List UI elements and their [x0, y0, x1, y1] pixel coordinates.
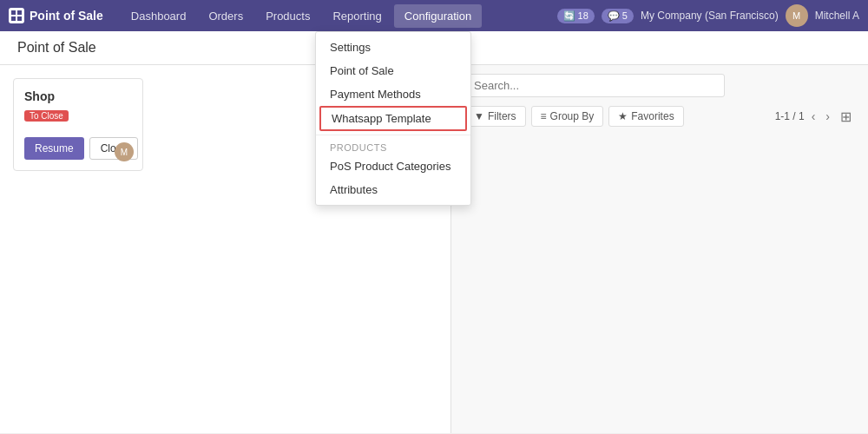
search-input-wrap: [464, 74, 725, 97]
right-panel: ▼ Filters ≡ Group By ★ Favorites 1-1 / 1…: [451, 65, 868, 433]
star-icon: ★: [618, 110, 628, 122]
dropdown-divider: [316, 135, 470, 135]
pos-card-shop: Shop To Close Resume Close M: [13, 78, 143, 171]
group-by-icon: ≡: [541, 110, 547, 122]
pos-card-badge: To Close: [24, 110, 69, 122]
nav-configuration[interactable]: Configuration: [394, 4, 482, 28]
svg-rect-0: [11, 10, 16, 15]
navbar-brand[interactable]: Point of Sale: [9, 8, 103, 23]
refresh-icon: 🔄: [563, 10, 575, 22]
dropdown-settings[interactable]: Settings: [316, 36, 470, 59]
dropdown-whatsapp-template[interactable]: Whatsapp Template: [319, 106, 467, 131]
nav-reporting[interactable]: Reporting: [322, 4, 391, 28]
filters-label: Filters: [488, 110, 516, 122]
messages-badge[interactable]: 💬 5: [602, 9, 634, 23]
brand-text: Point of Sale: [30, 9, 103, 23]
next-page-button[interactable]: ›: [822, 108, 833, 125]
svg-rect-1: [17, 10, 22, 15]
navbar: Point of Sale Dashboard Orders Products …: [0, 0, 868, 31]
pos-card-avatar: M: [115, 142, 134, 161]
filters-button[interactable]: ▼ Filters: [464, 106, 526, 127]
dropdown-point-of-sale[interactable]: Point of Sale: [316, 59, 470, 82]
nav-products[interactable]: Products: [255, 4, 320, 28]
dropdown-products-section: Products: [316, 139, 470, 155]
svg-rect-3: [17, 16, 22, 21]
user-avatar[interactable]: M: [786, 4, 808, 27]
chat-icon: 💬: [608, 10, 620, 22]
messages-count: 5: [622, 10, 628, 21]
nav-orders[interactable]: Orders: [198, 4, 253, 28]
dropdown-pos-product-categories[interactable]: PoS Product Categories: [316, 155, 470, 178]
brand-icon: [9, 8, 24, 23]
search-bar: [464, 74, 855, 97]
updates-count: 18: [578, 10, 589, 21]
configuration-dropdown: Settings Point of Sale Payment Methods W…: [315, 31, 471, 206]
search-input[interactable]: [464, 74, 725, 97]
company-name: My Company (San Francisco): [641, 10, 779, 22]
filter-row: ▼ Filters ≡ Group By ★ Favorites 1-1 / 1…: [464, 106, 855, 127]
navbar-right: 🔄 18 💬 5 My Company (San Francisco) M Mi…: [557, 4, 859, 27]
filter-icon: ▼: [474, 110, 484, 122]
updates-badge[interactable]: 🔄 18: [557, 9, 595, 23]
resume-button[interactable]: Resume: [24, 137, 84, 160]
navbar-nav: Dashboard Orders Products Reporting Conf…: [121, 4, 557, 28]
page-title: Point of Sale: [17, 40, 96, 55]
grid-view-button[interactable]: ⊞: [837, 107, 855, 127]
group-by-button[interactable]: ≡ Group By: [531, 106, 604, 127]
favorites-label: Favorites: [631, 110, 674, 122]
user-name: Mitchell A: [815, 10, 859, 22]
pagination-info: 1-1 / 1 ‹ › ⊞: [775, 107, 855, 127]
svg-rect-2: [11, 16, 16, 21]
prev-page-button[interactable]: ‹: [808, 108, 819, 125]
pos-card-name: Shop: [24, 89, 132, 103]
group-by-label: Group By: [550, 110, 595, 122]
favorites-button[interactable]: ★ Favorites: [608, 106, 683, 127]
dropdown-payment-methods[interactable]: Payment Methods: [316, 82, 470, 106]
pagination-text: 1-1 / 1: [775, 110, 805, 122]
dropdown-attributes[interactable]: Attributes: [316, 178, 470, 201]
nav-dashboard[interactable]: Dashboard: [121, 4, 197, 28]
